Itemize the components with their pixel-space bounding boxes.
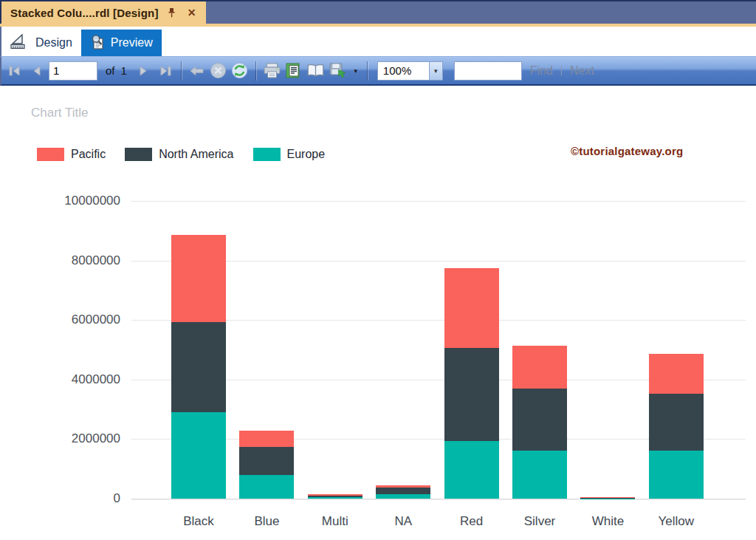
x-axis-label: Red [438, 514, 506, 529]
y-axis-label: 2000000 [39, 431, 120, 446]
bar-segment-multi-north-america [308, 496, 362, 496]
refresh-button[interactable] [231, 61, 249, 81]
y-axis-label: 0 [39, 491, 120, 506]
y-axis-label: 10000000 [39, 194, 120, 208]
find-next-separator [561, 66, 562, 75]
bar-segment-blue-north-america [239, 447, 294, 475]
bar-segment-multi-pacific [308, 494, 362, 496]
bar-segment-blue-pacific [239, 431, 294, 447]
gridline [131, 201, 746, 202]
bar-segment-red-pacific [444, 268, 499, 349]
report-pager-toolbar: of 1 [0, 56, 756, 86]
zoom-combobox[interactable]: 100% ▾ [377, 61, 443, 81]
next-page-button[interactable] [135, 61, 153, 81]
x-axis-label: Black [165, 514, 233, 529]
zoom-dropdown-button[interactable]: ▾ [429, 61, 443, 81]
report-preview-area: Chart Title PacificNorth AmericaEurope ©… [0, 86, 756, 540]
bar-segment-red-north-america [444, 348, 499, 440]
document-tab[interactable]: Stacked Colu....rdl [Design] ✕ [0, 1, 206, 24]
document-tab-title: Stacked Colu....rdl [Design] [10, 7, 159, 19]
first-page-button[interactable] [6, 61, 24, 81]
bar-segment-black-pacific [171, 235, 226, 322]
total-pages: 1 [121, 64, 127, 77]
of-label: of [106, 64, 115, 77]
bar-segment-silver-pacific [512, 346, 567, 389]
gridline [131, 499, 746, 499]
tab-preview[interactable]: Preview [81, 30, 162, 56]
y-axis-label: 4000000 [39, 372, 120, 387]
tab-design-label: Design [35, 36, 72, 49]
bar-segment-silver-north-america [512, 389, 567, 451]
bar-segment-na-north-america [376, 488, 430, 494]
pin-icon[interactable] [165, 6, 179, 19]
export-dropdown-caret[interactable]: ▾ [351, 61, 360, 81]
toolbar-separator [181, 61, 182, 81]
find-text-input[interactable] [454, 61, 522, 81]
design-ruler-icon [10, 34, 30, 52]
find-next-button[interactable]: Next [566, 64, 599, 78]
bar-segment-yellow-pacific [649, 354, 704, 394]
stop-button[interactable] [210, 61, 227, 81]
x-axis-label: Silver [506, 514, 574, 529]
page-count-text: of 1 [101, 64, 131, 77]
print-button[interactable] [263, 61, 281, 81]
zoom-value: 100% [377, 61, 429, 81]
bar-segment-black-north-america [171, 322, 226, 412]
document-tab-strip: Stacked Colu....rdl [Design] ✕ [0, 1, 756, 24]
close-icon[interactable]: ✕ [185, 6, 199, 19]
x-axis-label: Multi [301, 514, 369, 529]
bar-segment-white-pacific [580, 497, 635, 499]
y-axis-label: 8000000 [39, 253, 120, 268]
current-page-input[interactable] [49, 61, 97, 81]
view-tabs: Design Preview [0, 27, 756, 56]
tab-preview-label: Preview [111, 36, 153, 49]
toolbar-separator [255, 61, 256, 81]
find-button[interactable]: Find [526, 64, 557, 78]
previous-page-button[interactable] [27, 61, 45, 81]
preview-magnifier-icon [90, 34, 106, 52]
back-button[interactable] [188, 61, 206, 81]
y-axis-label: 6000000 [39, 312, 120, 327]
bar-segment-na-europe [376, 494, 430, 499]
tab-design[interactable]: Design [1, 30, 81, 56]
print-layout-button[interactable] [285, 61, 303, 81]
export-button[interactable] [329, 61, 348, 81]
bar-segment-na-pacific [376, 485, 430, 488]
x-axis-label: NA [369, 514, 437, 529]
bar-segment-yellow-north-america [649, 394, 704, 451]
bar-segment-multi-europe [308, 497, 362, 499]
bar-segment-black-europe [171, 412, 226, 499]
bar-segment-red-europe [444, 441, 499, 499]
chart-plot-area: 0200000040000006000000800000010000000Bla… [0, 86, 756, 540]
bar-segment-yellow-europe [649, 451, 704, 499]
x-axis-label: White [574, 514, 642, 529]
x-axis-label: Yellow [642, 514, 710, 529]
last-page-button[interactable] [157, 61, 174, 81]
bar-segment-silver-europe [512, 451, 567, 499]
page-setup-button[interactable] [306, 61, 325, 81]
toolbar-separator [367, 61, 368, 81]
x-axis-label: Blue [233, 514, 300, 529]
bar-segment-blue-europe [239, 475, 294, 499]
report-designer-window: Stacked Colu....rdl [Design] ✕ Design [0, 0, 756, 540]
